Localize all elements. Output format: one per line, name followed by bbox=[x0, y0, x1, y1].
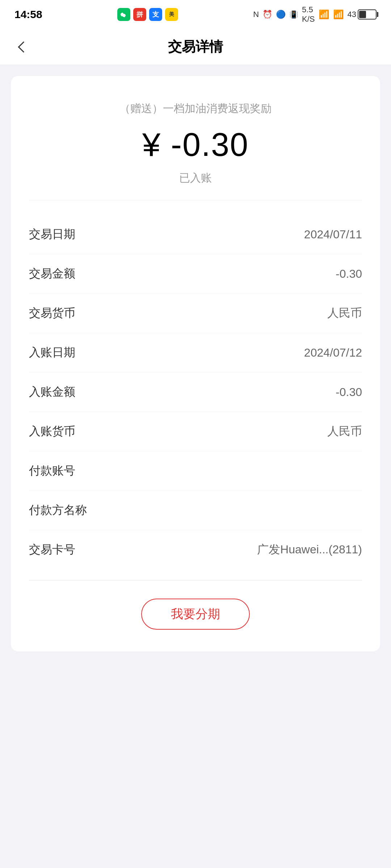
transaction-title: （赠送）一档加油消费返现奖励 bbox=[29, 101, 362, 116]
battery-text: 43 bbox=[348, 10, 356, 19]
battery-indicator: 43 bbox=[348, 9, 377, 20]
detail-row-8: 交易卡号 广发Huawei...(2811) bbox=[29, 530, 362, 569]
alarm-icon: ⏰ bbox=[262, 10, 272, 19]
label-transaction-amount: 交易金额 bbox=[29, 266, 75, 282]
detail-row-4: 入账金额 -0.30 bbox=[29, 373, 362, 412]
notification-icons: 拼 支 美 bbox=[117, 8, 178, 21]
detail-row-3: 入账日期 2024/07/12 bbox=[29, 333, 362, 373]
status-time: 14:58 bbox=[14, 8, 42, 21]
detail-row-2: 交易货币 人民币 bbox=[29, 294, 362, 333]
transaction-amount: ¥ -0.30 bbox=[29, 126, 362, 163]
time-display: 14:58 bbox=[14, 8, 42, 21]
label-payer-name: 付款方名称 bbox=[29, 502, 87, 518]
alipay-icon: 支 bbox=[149, 8, 162, 21]
label-settle-date: 入账日期 bbox=[29, 345, 75, 361]
main-content: （赠送）一档加油消费返现奖励 ¥ -0.30 已入账 交易日期 2024/07/… bbox=[0, 65, 391, 868]
transaction-header: （赠送）一档加油消费返现奖励 ¥ -0.30 已入账 bbox=[29, 90, 362, 200]
value-card-number: 广发Huawei...(2811) bbox=[257, 542, 362, 558]
signal-5g-icon: 📶 bbox=[333, 9, 344, 20]
transaction-card: （赠送）一档加油消费返现奖励 ¥ -0.30 已入账 交易日期 2024/07/… bbox=[11, 76, 380, 651]
section-divider bbox=[29, 580, 362, 580]
value-transaction-currency: 人民币 bbox=[327, 305, 362, 321]
detail-rows: 交易日期 2024/07/11 交易金额 -0.30 交易货币 人民币 入账日期… bbox=[29, 211, 362, 573]
label-transaction-date: 交易日期 bbox=[29, 226, 75, 242]
label-transaction-currency: 交易货币 bbox=[29, 305, 75, 321]
speed-indicator: 5.5K/S bbox=[302, 5, 315, 24]
meituan-icon: 美 bbox=[165, 8, 178, 21]
detail-row-1: 交易金额 -0.30 bbox=[29, 254, 362, 294]
nfc-icon: N bbox=[253, 10, 259, 19]
label-settle-currency: 入账货币 bbox=[29, 424, 75, 439]
wechat-icon bbox=[117, 8, 130, 21]
detail-row-0: 交易日期 2024/07/11 bbox=[29, 215, 362, 254]
label-settle-amount: 入账金额 bbox=[29, 384, 75, 400]
bluetooth-icon: 🔵 bbox=[276, 10, 286, 19]
back-arrow-icon bbox=[18, 41, 29, 52]
detail-row-6: 付款账号 bbox=[29, 451, 362, 491]
value-transaction-date: 2024/07/11 bbox=[304, 228, 362, 241]
status-bar: 14:58 拼 支 美 N ⏰ 🔵 📳 5.5K/S 📶 📶 43 bbox=[0, 0, 391, 29]
value-settle-amount: -0.30 bbox=[336, 386, 362, 399]
battery-icon bbox=[358, 9, 377, 20]
page-title: 交易详情 bbox=[168, 38, 223, 56]
transaction-status: 已入账 bbox=[29, 171, 362, 186]
value-transaction-amount: -0.30 bbox=[336, 267, 362, 281]
signal-4g-icon: 📶 bbox=[319, 9, 329, 20]
battery-fill bbox=[359, 11, 366, 18]
label-payer-account: 付款账号 bbox=[29, 463, 75, 479]
detail-row-7: 付款方名称 bbox=[29, 491, 362, 530]
installment-section: 我要分期 bbox=[29, 588, 362, 633]
nav-bar: 交易详情 bbox=[0, 29, 391, 65]
vibrate-icon: 📳 bbox=[289, 10, 298, 19]
value-settle-currency: 人民币 bbox=[327, 424, 362, 439]
back-button[interactable] bbox=[14, 38, 33, 56]
status-indicators: N ⏰ 🔵 📳 5.5K/S 📶 📶 43 bbox=[253, 5, 377, 24]
label-card-number: 交易卡号 bbox=[29, 542, 75, 558]
app-icon-1: 拼 bbox=[133, 8, 146, 21]
value-settle-date: 2024/07/12 bbox=[304, 346, 362, 359]
installment-button[interactable]: 我要分期 bbox=[141, 599, 250, 630]
detail-row-5: 入账货币 人民币 bbox=[29, 412, 362, 451]
